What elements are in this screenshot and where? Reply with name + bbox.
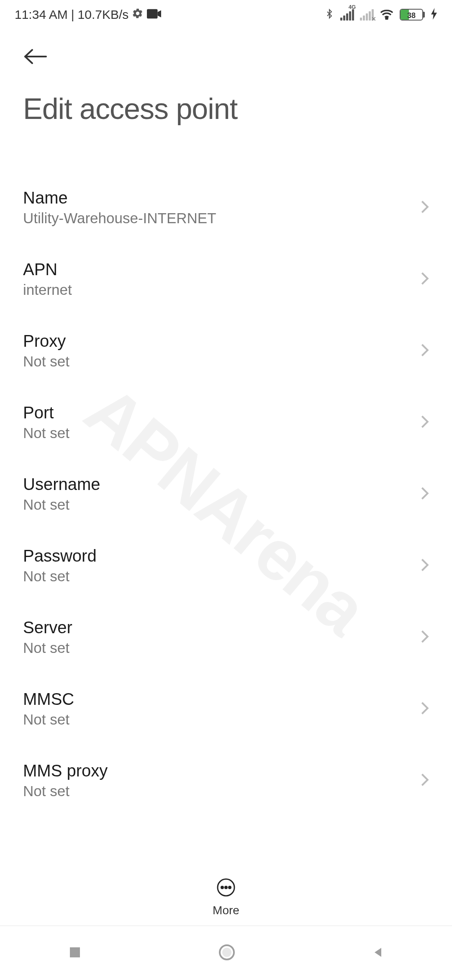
row-apn[interactable]: APN internet [23, 243, 429, 315]
row-password[interactable]: Password Not set [23, 530, 429, 601]
row-username[interactable]: Username Not set [23, 458, 429, 530]
row-title: Name [23, 188, 216, 207]
row-value: Not set [23, 783, 108, 799]
row-title: MMS proxy [23, 761, 108, 780]
row-value: Utility-Warehouse-INTERNET [23, 210, 216, 227]
row-title: MMSC [23, 690, 74, 709]
svg-point-4 [221, 887, 223, 889]
status-left: 11:34 AM | 10.7KB/s [15, 8, 161, 22]
chevron-right-icon [421, 415, 429, 431]
status-time: 11:34 AM [15, 8, 68, 22]
row-server[interactable]: Server Not set [23, 601, 429, 673]
bluetooth-icon [324, 7, 334, 22]
svg-point-1 [386, 18, 388, 19]
settings-gear-icon [132, 8, 144, 22]
row-value: Not set [23, 711, 74, 728]
signal-strength-2-icon: ✕ [360, 9, 374, 21]
row-port[interactable]: Port Not set [23, 387, 429, 458]
row-title: Server [23, 618, 72, 637]
chevron-right-icon [421, 773, 429, 789]
chevron-right-icon [421, 629, 429, 645]
nav-home-button[interactable] [218, 943, 236, 963]
header: Edit access point [0, 29, 452, 126]
chevron-right-icon [421, 271, 429, 287]
status-right: 4G ✕ 38 [324, 7, 437, 22]
row-value: Not set [23, 568, 97, 585]
battery-icon: 38 [400, 9, 425, 21]
row-value: Not set [23, 353, 69, 370]
row-value: Not set [23, 640, 72, 656]
more-button[interactable]: More [0, 869, 452, 917]
svg-rect-0 [147, 9, 158, 19]
row-title: Username [23, 475, 100, 494]
row-title: APN [23, 260, 72, 279]
status-bar: 11:34 AM | 10.7KB/s 4G [0, 0, 452, 29]
row-value: Not set [23, 425, 69, 441]
row-title: Port [23, 403, 69, 422]
more-dots-icon [216, 878, 236, 899]
row-proxy[interactable]: Proxy Not set [23, 315, 429, 387]
more-label: More [213, 904, 239, 917]
svg-point-6 [229, 887, 231, 889]
row-value: Not set [23, 496, 100, 513]
row-title: Password [23, 547, 97, 565]
row-title: Proxy [23, 332, 69, 351]
nav-back-button[interactable] [371, 945, 385, 962]
navigation-bar [0, 926, 452, 980]
charging-bolt-icon [431, 8, 437, 21]
status-network-speed: 10.7KB/s [78, 8, 129, 22]
chevron-right-icon [421, 701, 429, 717]
settings-list: Name Utility-Warehouse-INTERNET APN inte… [0, 172, 452, 816]
wifi-icon [380, 8, 394, 21]
signal-strength-1-icon: 4G [340, 9, 354, 21]
chevron-right-icon [421, 486, 429, 502]
nav-recent-button[interactable] [67, 945, 82, 962]
chevron-right-icon [421, 200, 429, 216]
svg-point-9 [222, 948, 231, 957]
chevron-right-icon [421, 343, 429, 359]
svg-rect-7 [70, 947, 80, 957]
camera-icon [147, 8, 161, 22]
row-mmsc[interactable]: MMSC Not set [23, 673, 429, 745]
status-separator: | [71, 8, 74, 22]
row-value: internet [23, 281, 72, 298]
row-mms-proxy[interactable]: MMS proxy Not set [23, 745, 429, 816]
svg-point-5 [225, 887, 227, 889]
row-name[interactable]: Name Utility-Warehouse-INTERNET [23, 172, 429, 243]
page-title: Edit access point [23, 92, 429, 126]
chevron-right-icon [421, 558, 429, 574]
back-arrow-icon [23, 48, 48, 65]
back-button[interactable] [23, 44, 48, 69]
